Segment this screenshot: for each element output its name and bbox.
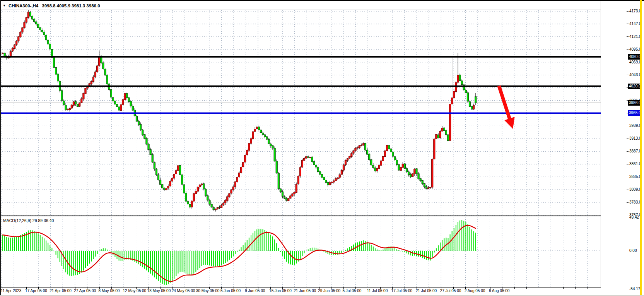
time-tick-label: 15 Jun 05:00 [269, 289, 292, 293]
macd-axis-label: 0.00 [629, 248, 637, 253]
macd-canvas[interactable] [0, 217, 601, 287]
candle-bearish [469, 102, 470, 106]
candle-bullish [236, 177, 238, 182]
price-tick-label: 4069.0 [629, 60, 641, 65]
candle-bearish [57, 74, 59, 81]
time-tick-label: 11 Jul 05:00 [367, 289, 388, 293]
candle-bearish [49, 44, 51, 49]
candle-bullish [248, 144, 250, 151]
candle-bearish [461, 81, 463, 85]
candle-bearish [416, 169, 417, 174]
candle-bullish [288, 198, 289, 201]
candle-bullish [246, 150, 248, 155]
candle-bearish [185, 193, 187, 202]
candle-bearish [471, 106, 473, 110]
candle-bearish [181, 175, 183, 185]
candle-bullish [290, 196, 291, 198]
dropdown-icon[interactable]: ▼ [3, 4, 6, 7]
candle-bearish [323, 177, 325, 180]
candle-bearish [392, 152, 394, 156]
candle-bearish [130, 101, 132, 106]
candle-bullish [24, 22, 25, 28]
candle-bearish [374, 168, 376, 171]
candle-bullish [240, 167, 242, 173]
candle-bullish [201, 184, 202, 185]
candle-bullish [386, 145, 388, 151]
chart-bottom-border [0, 216, 601, 216]
time-tick-label: 17 Jul 05:00 [391, 289, 413, 293]
candle-bearish [286, 198, 287, 200]
candle-bearish [203, 184, 205, 189]
candle-bearish [39, 27, 41, 30]
candle-bearish [183, 185, 185, 193]
candle-bullish [234, 182, 236, 187]
candle-bearish [128, 98, 130, 101]
candle-bullish [85, 88, 86, 94]
candle-bearish [280, 189, 281, 192]
candles [2, 10, 477, 212]
time-tick [588, 287, 588, 289]
candle-bearish [284, 197, 285, 198]
candle-bullish [382, 156, 384, 161]
candle-bullish [91, 81, 92, 84]
candle-bearish [307, 157, 309, 157]
candle-bullish [220, 205, 222, 208]
trend-arrow[interactable] [499, 86, 515, 129]
ohlc-readout: 3998.8 4005.9 3981.3 3986.0 [42, 3, 100, 8]
price-level-badge-3965: 3965.0 [628, 110, 641, 116]
candle-bearish [272, 145, 273, 148]
candle-bearish [140, 124, 142, 130]
candle-bullish [434, 139, 435, 159]
candle-bearish [364, 143, 366, 150]
time-tick-label: 8 Aug 05:00 [489, 289, 509, 293]
time-tick-label: 8 May 05:00 [98, 289, 120, 293]
price-level-badge-4080: 4080.0 [628, 54, 641, 60]
candle-bearish [29, 12, 31, 16]
candle-bearish [313, 162, 315, 165]
candle-bullish [193, 193, 195, 201]
candle-bullish [333, 181, 335, 182]
candle-bearish [406, 169, 407, 172]
last-price-badge: 3986.0 [628, 100, 641, 106]
time-tick-label: 5 Jul 05:00 [342, 289, 361, 293]
price-tick-label: 4147.0 [629, 21, 641, 26]
price-tick-label: 4121.0 [629, 34, 641, 39]
candle-bullish [301, 160, 303, 167]
candle-bearish [112, 98, 114, 101]
time-tick [563, 287, 564, 289]
candle-bullish [10, 51, 11, 56]
candle-bearish [53, 57, 55, 68]
candle-bearish [437, 135, 439, 138]
candle-bullish [166, 188, 167, 190]
candle-bullish [254, 129, 256, 132]
candle-bullish [359, 145, 360, 147]
candle-bullish [337, 178, 338, 179]
candle-bearish [371, 159, 372, 165]
mt4-chart-window: ▼ CHINA300-,H4 3998.8 4005.9 3981.3 3986… [0, 0, 644, 296]
candle-bullish [331, 182, 333, 183]
candle-bearish [110, 89, 112, 97]
candle-bullish [355, 148, 356, 151]
candle-bullish [229, 193, 230, 197]
candle-bullish [309, 157, 311, 157]
candle-bearish [260, 130, 261, 133]
price-tick-label: 4173.0 [629, 9, 641, 14]
candle-bearish [262, 133, 263, 135]
time-tick-label: 17 Apr 05:00 [25, 289, 47, 293]
candle-bearish [36, 22, 37, 24]
candle-bullish [199, 185, 200, 187]
candle-bearish [152, 155, 153, 162]
chart-right-border [601, 1, 601, 287]
candle-bullish [256, 127, 258, 128]
candle-bearish [321, 174, 323, 177]
candle-bearish [31, 16, 33, 19]
price-tick-label: 3861.0 [629, 161, 641, 166]
candle-bearish [144, 135, 145, 139]
candle-bearish [41, 30, 43, 32]
price-chart-canvas[interactable] [0, 10, 601, 216]
time-tick-label: 24 May 05:00 [172, 289, 195, 293]
candle-bearish [114, 101, 116, 104]
candle-bearish [189, 204, 191, 207]
candle-bearish [179, 165, 181, 175]
candle-bullish [303, 158, 305, 160]
